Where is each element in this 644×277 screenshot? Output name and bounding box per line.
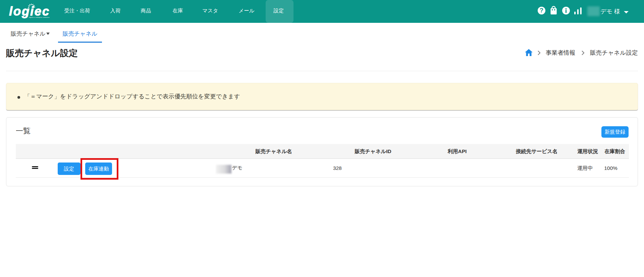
svg-text:?: ?: [540, 7, 543, 14]
